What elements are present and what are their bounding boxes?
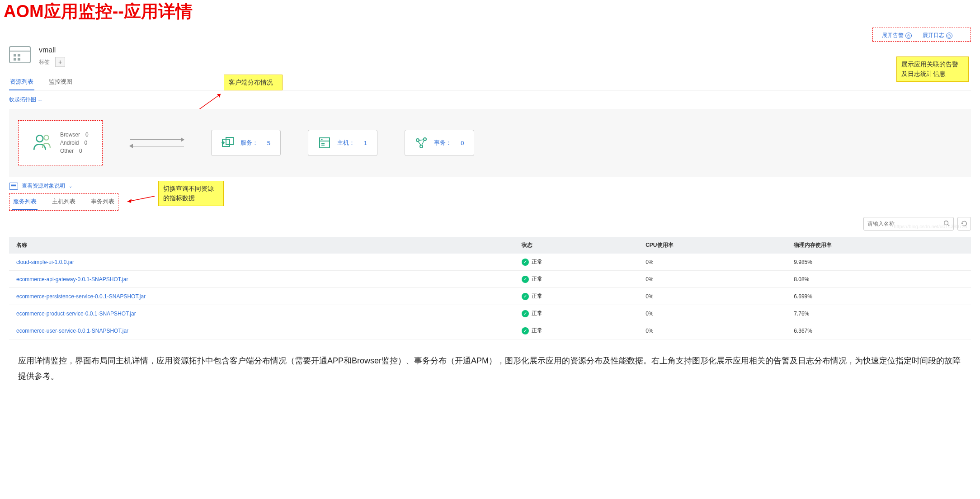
svg-point-10 [321,139,322,140]
add-tag-button[interactable]: + [55,57,65,67]
person-icon [32,133,51,153]
page-title: AOM应用监控--应用详情 [0,0,980,28]
callout-topright: 展示应用关联的告警及日志统计信息 [896,56,969,82]
chevron-down-icon: ⌄ [69,184,72,188]
service-name-link[interactable]: ecommerce-user-service-0.0.1-SNAPSHOT.ja… [16,328,128,334]
table-row: ecommerce-persistence-service-0.0.1-SNAP… [9,288,971,305]
cpu-cell: 0% [638,254,787,271]
table-row: ecommerce-api-gateway-0.0.1-SNAPSHOT.jar… [9,271,971,288]
status-cell: ✓正常 [514,305,638,322]
status-cell: ✓正常 [514,254,638,271]
svg-point-14 [424,138,426,141]
table-row: ecommerce-product-service-0.0.1-SNAPSHOT… [9,305,971,322]
sub-tab-service[interactable]: 服务列表 [12,194,38,210]
status-ok-icon: ✓ [522,259,529,266]
service-table: 名称 状态 CPU使用率 物理内存使用率 cloud-simple-ui-1.0… [9,237,971,339]
status-ok-icon: ✓ [522,293,529,300]
tag-label: 标签 [39,58,50,66]
topology-panel: Browser0 Android0 Other0 服务： 5 主机： 1 事务：… [9,109,971,177]
help-link-label: 查看资源对象说明 [22,182,65,190]
col-cpu: CPU使用率 [638,237,787,254]
topo-tx-value: 0 [461,140,464,146]
expand-log-label: 展开日志 [923,32,944,39]
status-ok-icon: ✓ [522,327,529,334]
status-ok-icon: ✓ [522,276,529,283]
host-icon [318,137,331,149]
status-cell: ✓正常 [514,271,638,288]
collapse-topology-link[interactable]: 收起拓扑图 ︿ [9,90,42,109]
main-tabs: 资源列表 监控视图 [9,74,971,90]
topo-host-value: 1 [364,140,367,146]
status-cell: ✓正常 [514,322,638,339]
mem-cell: 7.76% [787,305,971,322]
expand-alarm-link[interactable]: 展开告警 ◴ [882,32,912,39]
service-icon [221,137,234,149]
tab-monitor-view[interactable]: 监控视图 [48,74,73,90]
cpu-cell: 0% [638,322,787,339]
bidirectional-arrow [130,134,184,152]
topo-card-transaction[interactable]: 事务： 0 [405,130,474,156]
tab-resource-list[interactable]: 资源列表 [9,74,34,90]
svg-line-18 [422,141,424,145]
col-mem: 物理内存使用率 [787,237,971,254]
col-name: 名称 [9,237,514,254]
service-name-link[interactable]: ecommerce-product-service-0.0.1-SNAPSHOT… [16,311,136,317]
expand-log-link[interactable]: 展开日志 ◴ [923,32,952,39]
chevron-up-icon: ︿ [38,97,42,103]
topo-service-value: 5 [267,140,270,146]
cpu-cell: 0% [638,271,787,288]
book-icon [9,183,18,190]
service-name-link[interactable]: cloud-simple-ui-1.0.0.jar [16,259,74,265]
expand-alarm-label: 展开告警 [882,32,904,39]
cpu-cell: 0% [638,305,787,322]
app-icon [9,46,31,63]
cpu-cell: 0% [638,288,787,305]
status-ok-icon: ✓ [522,310,529,317]
mem-cell: 6.367% [787,322,971,339]
col-status: 状态 [514,237,638,254]
app-header: vmall 标签 + [9,42,971,71]
mem-cell: 6.699% [787,288,971,305]
topo-card-host[interactable]: 主机： 1 [308,130,377,156]
svg-line-17 [418,141,421,145]
sub-tab-transaction[interactable]: 事务列表 [90,194,115,210]
watermark: https://blog.csdn.net/u014389734 [894,224,967,229]
topo-host-label: 主机： [337,139,355,147]
svg-point-4 [36,135,43,142]
collapse-label: 收起拓扑图 [9,96,36,104]
svg-point-13 [416,139,419,141]
sub-tabs: 服务列表 主机列表 事务列表 [9,193,118,211]
mem-cell: 8.08% [787,271,971,288]
clock-icon: ◴ [946,33,952,39]
top-links-box: 展开告警 ◴ 展开日志 ◴ [872,28,971,42]
svg-point-15 [420,145,423,148]
client-distribution-box: Browser0 Android0 Other0 [18,120,103,165]
callout-switch: 切换查询不同资源的指标数据 [158,181,224,206]
mem-cell: 9.985% [787,254,971,271]
topo-tx-label: 事务： [434,139,452,147]
transaction-icon [415,137,428,149]
status-cell: ✓正常 [514,288,638,305]
service-name-link[interactable]: ecommerce-persistence-service-0.0.1-SNAP… [16,293,146,300]
svg-point-5 [44,135,49,140]
help-link[interactable]: 查看资源对象说明 ⌄ [9,177,971,193]
sub-tab-host[interactable]: 主机列表 [51,194,76,210]
topo-service-label: 服务： [240,139,258,147]
footer-description: 应用详情监控，界面布局同主机详情，应用资源拓扑中包含客户端分布情况（需要开通AP… [9,339,971,397]
client-stats: Browser0 Android0 Other0 [60,130,89,156]
table-row: ecommerce-user-service-0.0.1-SNAPSHOT.ja… [9,322,971,339]
service-name-link[interactable]: ecommerce-api-gateway-0.0.1-SNAPSHOT.jar [16,276,128,282]
topo-card-service[interactable]: 服务： 5 [211,130,281,156]
table-row: cloud-simple-ui-1.0.0.jar✓正常0%9.985% [9,254,971,271]
app-name: vmall [39,46,65,54]
clock-icon: ◴ [905,33,912,39]
callout-client: 客户端分布情况 [224,75,283,90]
